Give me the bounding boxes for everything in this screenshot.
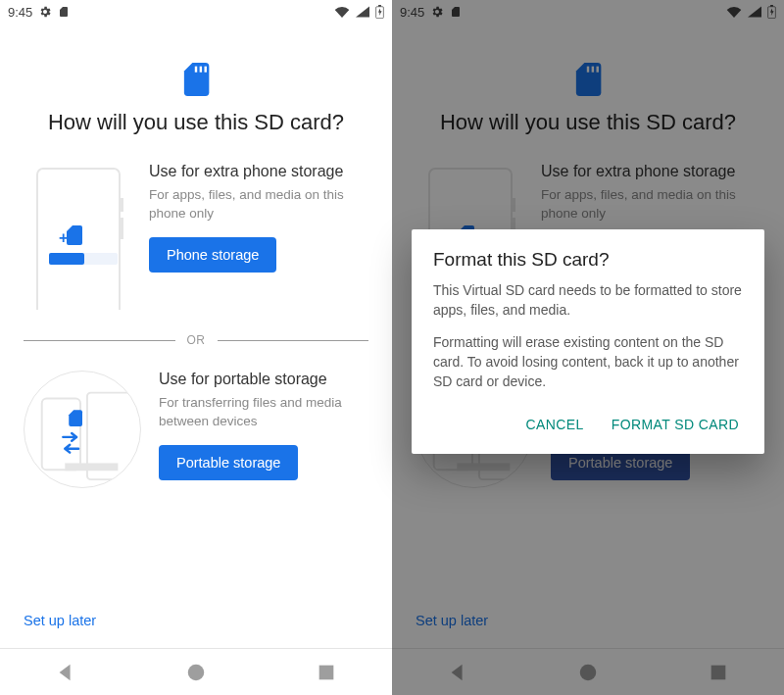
dialog-body: This Virtual SD card needs to be formatt… — [433, 280, 743, 321]
dialog-body: Formatting will erase existing content o… — [433, 332, 743, 392]
phone-screen-left: 9:45 How will you use this SD card? + — [0, 0, 392, 695]
svg-rect-3 — [200, 67, 202, 73]
battery-icon — [375, 5, 384, 19]
portable-storage-button[interactable]: Portable storage — [159, 445, 298, 480]
svg-rect-9 — [49, 253, 84, 265]
svg-rect-15 — [319, 665, 334, 679]
option-desc: For transferring files and media between… — [159, 394, 368, 431]
nav-recents-icon[interactable] — [316, 662, 337, 683]
svg-rect-2 — [195, 67, 197, 73]
dialog-title: Format this SD card? — [433, 249, 743, 271]
svg-rect-4 — [205, 67, 207, 73]
svg-rect-6 — [120, 198, 123, 212]
option-desc: For apps, files, and media on this phone… — [149, 186, 368, 223]
status-time: 9:45 — [8, 5, 32, 20]
system-nav-bar — [0, 648, 392, 695]
nav-back-icon[interactable] — [55, 662, 76, 683]
option-phone-storage: + Use for extra phone storage For apps, … — [24, 155, 368, 329]
option-portable-storage: Use for portable storage For transferrin… — [24, 363, 368, 504]
svg-point-14 — [188, 664, 205, 680]
setup-later-link[interactable]: Set up later — [24, 609, 368, 632]
status-bar: 9:45 — [0, 0, 392, 24]
wifi-icon — [334, 6, 350, 18]
cell-signal-icon — [356, 6, 369, 18]
svg-rect-7 — [120, 218, 123, 239]
svg-rect-13 — [65, 463, 118, 471]
sd-card-hero-icon — [181, 63, 211, 96]
nav-home-icon[interactable] — [185, 662, 207, 683]
phone-screen-right: 9:45 How will you use this SD card? + — [392, 0, 784, 695]
dialog-confirm-button[interactable]: FORMAT SD CARD — [608, 409, 743, 440]
option-title: Use for portable storage — [159, 371, 368, 388]
gear-icon — [38, 5, 52, 19]
dialog-actions: CANCEL FORMAT SD CARD — [433, 403, 743, 446]
page-title: How will you use this SD card? — [24, 110, 368, 135]
divider-label: OR — [187, 333, 206, 347]
portable-storage-illustration — [24, 371, 141, 488]
or-divider: OR — [24, 333, 368, 347]
phone-storage-illustration: + — [24, 163, 131, 314]
svg-text:+: + — [59, 229, 68, 246]
option-title: Use for extra phone storage — [149, 163, 368, 180]
dialog-cancel-button[interactable]: CANCEL — [521, 409, 587, 440]
sd-setup-page: How will you use this SD card? + Use for… — [0, 24, 392, 648]
sd-card-icon — [58, 5, 70, 19]
phone-storage-button[interactable]: Phone storage — [149, 237, 276, 273]
format-dialog: Format this SD card? This Virtual SD car… — [412, 229, 764, 454]
svg-rect-1 — [378, 5, 381, 7]
